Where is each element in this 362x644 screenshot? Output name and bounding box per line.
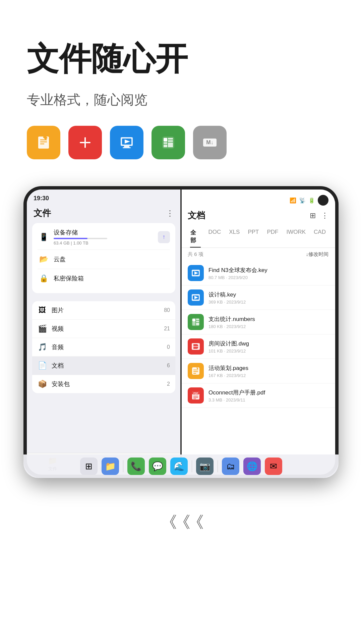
file-name-2: 设计稿.key (208, 291, 328, 299)
user-avatar (318, 195, 328, 206)
right-header-icons: ⊞ ⋮ (310, 211, 328, 220)
dock-divider-1 (123, 460, 123, 472)
upload-icon[interactable]: ↑ (158, 231, 170, 243)
tab-doc[interactable]: DOC (204, 225, 225, 248)
nav-item-photos[interactable]: 🖼 图片 80 (32, 301, 175, 320)
device-storage-icon: 📱 (38, 231, 50, 243)
storage-info: 设备存储 63.4 GB | 1.00 TB (54, 228, 158, 246)
audio-label: 音频 (52, 343, 167, 351)
dock-filemanager-icon[interactable]: 🗂 (222, 458, 239, 475)
markdown-app-icon[interactable]: M↓ (193, 126, 227, 159)
svg-rect-13 (164, 142, 167, 144)
numbers-app-icon[interactable] (152, 126, 185, 159)
tab-xls[interactable]: XLS (225, 225, 244, 248)
dock-settings-icon[interactable]: 🌐 (243, 458, 261, 475)
nav-item-packages[interactable]: 📦 安装包 2 (32, 375, 175, 393)
packages-icon: 📦 (38, 380, 47, 388)
file-name-4: 房间设计图.dwg (208, 340, 328, 347)
dock-messages-icon[interactable]: 💬 (149, 458, 166, 475)
file-name-1: Find N3全球发布会.key (208, 266, 328, 274)
nav-item-docs[interactable]: 📄 文档 6 (32, 357, 175, 375)
svg-rect-31 (196, 321, 199, 322)
packages-label: 安装包 (52, 380, 167, 388)
svg-rect-15 (168, 138, 173, 140)
left-panel: 19:30 文件 ⋮ 📱 设备存储 63.4 (27, 190, 181, 475)
audio-count: 0 (167, 344, 170, 350)
cloud-label: 云盘 (54, 255, 66, 263)
file-meta-6: 3.3 MB · 2023/9/11 (208, 397, 328, 402)
file-info-6: Oconnect用户手册.pdf 3.3 MB · 2023/9/11 (208, 389, 328, 402)
dock-phone-icon[interactable]: 📞 (127, 458, 145, 475)
file-name-5: 活动策划.pages (208, 364, 328, 372)
storage-card: 📱 设备存储 63.4 GB | 1.00 TB ↑ 📂 云盘 (32, 223, 175, 293)
right-header: 文档 ⊞ ⋮ (181, 208, 335, 225)
file-item-1[interactable]: Find N3全球发布会.key 80.7 MB · 2023/9/20 (181, 261, 335, 285)
photos-count: 80 (164, 307, 170, 313)
file-meta-5: 167 KB · 2023/9/12 (208, 373, 328, 378)
wifi-icon: 📶 (290, 197, 296, 204)
file-icon-pdf: PDF (188, 387, 204, 404)
dock-browser-icon[interactable]: 🌊 (170, 458, 188, 475)
file-meta-1: 80.7 MB · 2023/9/20 (208, 275, 328, 280)
cloud-item[interactable]: 📂 云盘 (38, 250, 170, 269)
signal-icon: 📡 (299, 197, 306, 204)
nav-item-videos[interactable]: 🎬 视频 21 (32, 320, 175, 338)
sort-button[interactable]: ↓修改时间 (306, 251, 329, 258)
file-item-6[interactable]: PDF Oconnect用户手册.pdf 3.3 MB · 2023/9/11 (181, 383, 335, 408)
svg-rect-12 (164, 138, 167, 142)
storage-name: 设备存储 (54, 228, 158, 236)
hero-title: 文件随心开 (27, 40, 335, 77)
dock-mail-icon[interactable]: ✉ (265, 458, 282, 475)
file-info-4: 房间设计图.dwg 101 KB · 2023/9/12 (208, 340, 328, 354)
pages-app-icon[interactable] (27, 126, 60, 159)
file-item-3[interactable]: 支出统计.numbers 180 KB · 2023/9/12 (181, 310, 335, 334)
storage-bar (54, 238, 107, 239)
right-panel-title: 文档 (188, 210, 205, 221)
app-icons-row: M↓ (27, 126, 335, 159)
svg-rect-0 (38, 137, 49, 149)
safe-item[interactable]: 🔒 私密保险箱 (38, 269, 170, 288)
safe-label: 私密保险箱 (54, 274, 84, 282)
svg-text:PDF: PDF (193, 392, 198, 394)
dock-apps-icon[interactable]: ⊞ (80, 458, 98, 475)
file-name-3: 支出统计.numbers (208, 315, 328, 323)
grid-icon[interactable]: ⊞ (310, 211, 316, 220)
file-meta-3: 180 KB · 2023/9/12 (208, 324, 328, 329)
videos-label: 视频 (52, 325, 164, 333)
right-menu-icon[interactable]: ⋮ (321, 211, 328, 220)
nav-item-audio[interactable]: 🎵 音频 0 (32, 338, 175, 357)
svg-rect-7 (124, 146, 129, 147)
dock-camera-icon[interactable]: 📷 (196, 458, 214, 475)
file-item-4[interactable]: 房间设计图.dwg 101 KB · 2023/9/12 (181, 334, 335, 359)
tab-ppt[interactable]: PPT (244, 225, 263, 248)
add-app-icon[interactable] (68, 126, 102, 159)
tab-all[interactable]: 全部 (186, 225, 204, 248)
docs-icon: 📄 (38, 361, 47, 370)
storage-used: 63.4 GB | 1.00 TB (54, 240, 158, 246)
svg-rect-17 (168, 143, 173, 147)
mockup-section: 19:30 文件 ⋮ 📱 设备存储 63.4 (0, 179, 362, 498)
file-item-2[interactable]: 设计稿.key 369 KB · 2023/9/12 (181, 285, 335, 310)
svg-rect-27 (192, 319, 195, 322)
keynote-app-icon[interactable] (110, 126, 143, 159)
left-menu-button[interactable]: ⋮ (166, 209, 174, 218)
hero-subtitle: 专业格式，随心阅览 (27, 91, 335, 109)
tab-iwork[interactable]: IWORK (282, 225, 310, 248)
photos-label: 图片 (52, 306, 164, 314)
audio-icon: 🎵 (38, 343, 47, 352)
dock-files-icon[interactable]: 📁 (102, 458, 119, 475)
dock-divider-3 (218, 460, 218, 472)
file-info-5: 活动策划.pages 167 KB · 2023/9/12 (208, 364, 328, 378)
left-header: 文件 ⋮ (27, 205, 181, 223)
device-storage-item[interactable]: 📱 设备存储 63.4 GB | 1.00 TB ↑ (38, 228, 170, 246)
file-icon-dwg (188, 338, 204, 355)
docs-label: 文档 (52, 362, 167, 370)
battery-icon: 🔋 (308, 197, 315, 204)
nav-list: 🖼 图片 80 🎬 视频 21 🎵 音频 0 (32, 301, 175, 393)
tab-pdf[interactable]: PDF (263, 225, 282, 248)
file-item-5[interactable]: 活动策划.pages 167 KB · 2023/9/12 (181, 359, 335, 383)
filter-tabs: 全部 DOC XLS PPT PDF IWORK CAD (181, 225, 335, 248)
file-count: 共 6 项 (188, 251, 203, 258)
svg-rect-8 (123, 147, 131, 148)
tab-cad[interactable]: CAD (310, 225, 330, 248)
